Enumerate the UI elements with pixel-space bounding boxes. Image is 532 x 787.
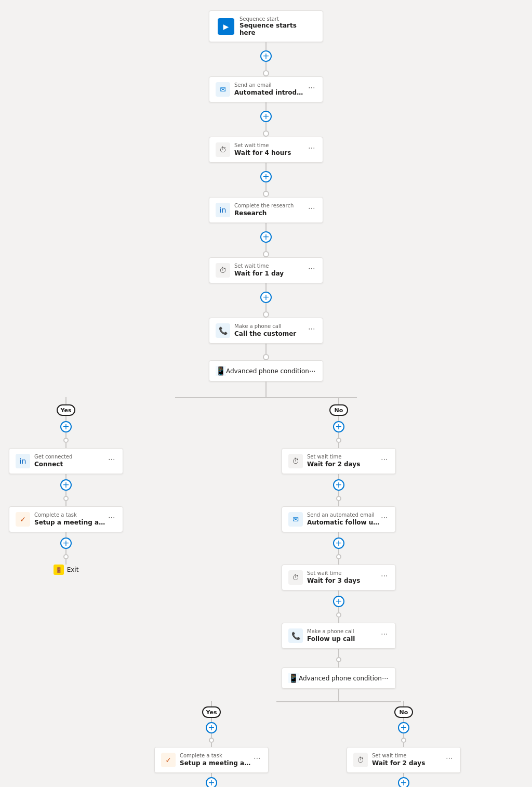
condition2-icon: 📱 (288, 673, 299, 683)
task1-menu[interactable]: ⋯ (107, 512, 116, 522)
linkedin-icon: in (216, 203, 230, 217)
flow-canvas: ▶ Sequence start Sequence starts here + … (0, 0, 532, 787)
wait5-menu[interactable]: ⋯ (445, 753, 454, 763)
wait1-menu[interactable]: ⋯ (307, 142, 316, 153)
wait3-menu[interactable]: ⋯ (380, 454, 389, 464)
circle (336, 438, 341, 443)
condition1-menu[interactable]: ⋯ (309, 368, 315, 375)
line (403, 718, 404, 722)
task1-node: ✓ Complete a task Setup a meeting and mo… (9, 506, 123, 532)
wait5-title: Wait for 2 days (372, 759, 445, 767)
call1-menu[interactable]: ⋯ (307, 323, 316, 334)
circle (336, 612, 341, 618)
wait-icon: ⏱ (216, 263, 230, 278)
task2-menu[interactable]: ⋯ (252, 753, 262, 763)
line (338, 591, 339, 596)
connect-label: Get connected (34, 454, 107, 460)
circle (63, 438, 69, 443)
line (65, 549, 66, 554)
conn6 (263, 344, 269, 360)
wait2-menu[interactable]: ⋯ (307, 263, 316, 273)
circle (336, 496, 341, 501)
condition2-menu[interactable]: ⋯ (382, 675, 388, 682)
connect-menu[interactable]: ⋯ (107, 454, 116, 464)
line (403, 773, 404, 777)
line (338, 618, 339, 623)
wait1-node: ⏱ Set wait time Wait for 4 hours ⋯ (209, 137, 323, 163)
add-btn-no1c[interactable]: + (333, 537, 344, 549)
line (65, 532, 66, 537)
wait4-content: Set wait time Wait for 3 days (307, 570, 380, 584)
line (338, 549, 339, 554)
wait2-node: ⏱ Set wait time Wait for 1 day ⋯ (209, 257, 323, 283)
conn5: + (260, 283, 272, 318)
add-btn-yes2[interactable]: + (206, 722, 217, 733)
task1-label: Complete a task (34, 512, 107, 518)
wait4-menu[interactable]: ⋯ (380, 570, 389, 581)
add-btn-5[interactable]: + (260, 292, 272, 303)
add-btn-no2[interactable]: + (398, 722, 409, 733)
line (265, 344, 267, 354)
line (265, 62, 267, 70)
line (338, 501, 339, 506)
task1-content: Complete a task Setup a meeting and move… (34, 512, 107, 526)
wait2-label: Set wait time (234, 263, 307, 269)
email2-menu[interactable]: ⋯ (380, 512, 389, 522)
add-btn-yes1b[interactable]: + (60, 479, 72, 491)
circle (209, 738, 214, 743)
conn2: + (260, 102, 272, 137)
email1-label: Send an email (234, 82, 307, 88)
circle (63, 554, 69, 559)
line (65, 474, 66, 479)
add-btn-exit1[interactable]: + (60, 537, 72, 549)
line (338, 443, 339, 448)
add-btn-2[interactable]: + (260, 111, 272, 122)
conn1: + (260, 42, 272, 76)
email1-menu[interactable]: ⋯ (307, 82, 316, 93)
add-btn-1[interactable]: + (260, 50, 272, 62)
line (338, 532, 339, 537)
wait4-node: ⏱ Set wait time Wait for 3 days ⋯ (282, 565, 396, 591)
task2-icon: ✓ (161, 753, 176, 767)
branch-v-top (265, 382, 267, 397)
add-btn-yes1[interactable]: + (60, 421, 72, 432)
line (403, 701, 404, 706)
left-arm: Yes + in Get connected Connect ⋯ + (9, 397, 123, 575)
add-btn-no1[interactable]: + (333, 421, 344, 432)
condition1-content: Advanced phone condition (226, 368, 309, 375)
line (211, 701, 212, 706)
branch2-h (276, 701, 401, 702)
circle (263, 130, 269, 137)
call2-menu[interactable]: ⋯ (380, 628, 389, 639)
line (65, 432, 66, 438)
circle (263, 251, 269, 257)
add-btn-4[interactable]: + (260, 231, 272, 243)
line (265, 303, 267, 311)
no2-label: No (394, 706, 413, 718)
line (338, 491, 339, 496)
research-menu[interactable]: ⋯ (307, 203, 316, 213)
research-node: in Complete the research Research ⋯ (209, 197, 323, 223)
add-btn-exit2[interactable]: + (206, 777, 217, 787)
line (211, 743, 212, 747)
start-icon: ▶ (218, 18, 234, 35)
flow-main: ▶ Sequence start Sequence starts here + … (0, 10, 532, 787)
task1-title: Setup a meeting and move to the next s..… (34, 519, 107, 526)
line (403, 743, 404, 747)
add-btn-3[interactable]: + (260, 171, 272, 182)
connect-node: in Get connected Connect ⋯ (9, 448, 123, 474)
connect-icon: in (16, 454, 30, 468)
add-btn-no1b[interactable]: + (333, 479, 344, 491)
email2-title: Automatic follow up email (307, 519, 380, 526)
phone2-icon: 📞 (288, 628, 303, 643)
wait5-label: Set wait time (372, 753, 445, 758)
yes-label: Yes (57, 404, 75, 416)
add-btn-no1d[interactable]: + (333, 596, 344, 607)
wait3-node: ⏱ Set wait time Wait for 2 days ⋯ (282, 448, 396, 474)
call2-content: Make a phone call Follow up call (307, 628, 380, 642)
branch2-container: Yes + ✓ Complete a task Setup a meeting … (154, 689, 523, 787)
no2-arm: No + ⏱ Set wait time Wait for 2 days (284, 701, 523, 787)
add-btn-no2b[interactable]: + (398, 777, 409, 787)
wait1-label: Set wait time (234, 142, 307, 148)
task2-title: Setup a meeting and move to the next s..… (180, 759, 252, 767)
